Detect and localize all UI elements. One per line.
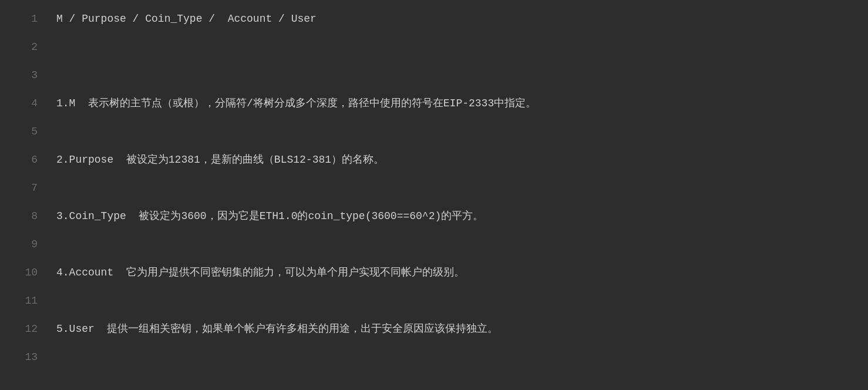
code-line: 2.Purpose 被设定为12381，是新的曲线（BLS12-381）的名称。 <box>56 146 868 174</box>
code-content: M / Purpose / Coin_Type / Account / User… <box>47 5 868 385</box>
code-line <box>56 343 868 371</box>
code-line: M / Purpose / Coin_Type / Account / User <box>56 5 868 33</box>
code-line: 1.M 表示树的主节点（或根），分隔符/将树分成多个深度，路径中使用的符号在EI… <box>56 89 868 117</box>
line-number: 13 <box>9 343 38 371</box>
line-number: 5 <box>9 117 38 146</box>
code-editor: 12345678910111213 M / Purpose / Coin_Typ… <box>0 0 868 390</box>
line-number: 3 <box>9 61 38 89</box>
code-line <box>56 174 868 202</box>
code-line <box>56 33 868 61</box>
line-number: 7 <box>9 174 38 202</box>
line-numbers: 12345678910111213 <box>0 5 47 385</box>
code-line <box>56 230 868 258</box>
line-number: 9 <box>9 230 38 258</box>
line-number: 4 <box>9 89 38 117</box>
code-line: 5.User 提供一组相关密钥，如果单个帐户有许多相关的用途，出于安全原因应该保… <box>56 315 868 343</box>
line-number: 8 <box>9 202 38 230</box>
code-line <box>56 61 868 89</box>
line-number: 2 <box>9 33 38 61</box>
code-line <box>56 117 868 146</box>
code-line <box>56 287 868 315</box>
line-number: 11 <box>9 287 38 315</box>
line-number: 12 <box>9 315 38 343</box>
code-line: 4.Account 它为用户提供不同密钥集的能力，可以为单个用户实现不同帐户的级… <box>56 258 868 287</box>
code-line: 3.Coin_Type 被设定为3600，因为它是ETH1.0的coin_typ… <box>56 202 868 230</box>
line-number: 10 <box>9 258 38 287</box>
line-number: 1 <box>9 5 38 33</box>
line-number: 6 <box>9 146 38 174</box>
